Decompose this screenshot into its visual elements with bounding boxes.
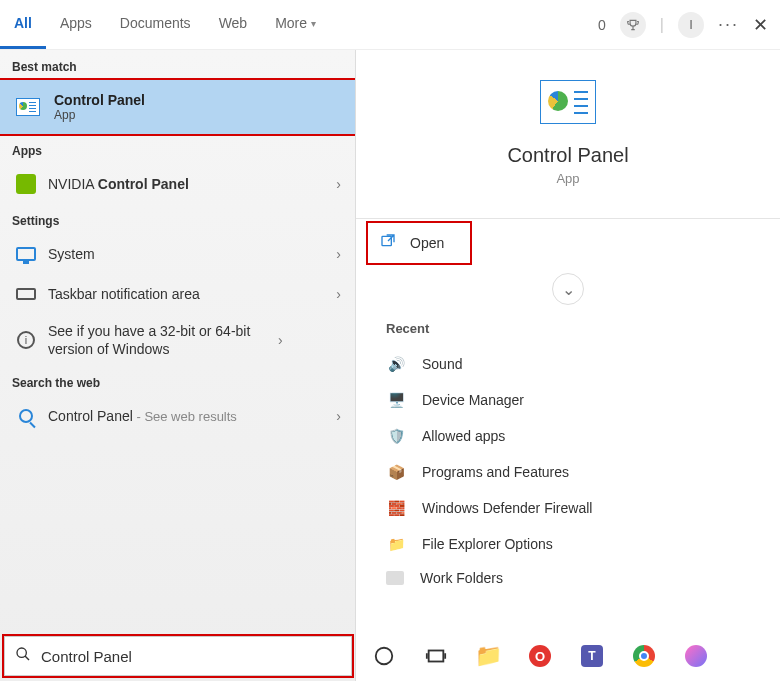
search-tabs: All Apps Documents Web More▾ (0, 0, 330, 49)
recent-item-sound[interactable]: 🔊 Sound (356, 346, 780, 382)
taskbar-file-explorer-icon[interactable]: 📁 (474, 642, 502, 670)
best-match-sub: App (54, 108, 145, 122)
shield-icon: 🛡️ (386, 426, 406, 446)
recent-list: 🔊 Sound 🖥️ Device Manager 🛡️ Allowed app… (356, 346, 780, 594)
taskbar-opera-icon[interactable]: O (526, 642, 554, 670)
search-icon (14, 404, 38, 428)
sound-icon: 🔊 (386, 354, 406, 374)
preview-sub: App (556, 171, 579, 186)
rewards-score: 0 (598, 17, 606, 33)
device-manager-icon: 🖥️ (386, 390, 406, 410)
tab-web[interactable]: Web (205, 0, 262, 49)
taskbar-chrome-icon[interactable] (630, 642, 658, 670)
settings-item-system[interactable]: System › (0, 234, 355, 274)
chevron-down-icon: ▾ (311, 18, 316, 29)
search-input[interactable] (41, 648, 341, 665)
chevron-right-icon: › (336, 246, 341, 262)
control-panel-large-icon (540, 80, 596, 124)
taskbar-teams-icon[interactable]: T (578, 642, 606, 670)
search-input-wrap[interactable] (4, 636, 352, 676)
svg-point-2 (376, 648, 393, 665)
chevron-right-icon: › (336, 408, 341, 424)
preview-pane: Control Panel App Open ⌄ Recent 🔊 Sound (355, 50, 780, 681)
open-button[interactable]: Open (356, 219, 780, 267)
topbar: All Apps Documents Web More▾ 0 | I ··· ✕ (0, 0, 780, 50)
search-icon (15, 646, 31, 666)
svg-point-1 (17, 648, 26, 657)
open-icon (380, 233, 396, 253)
chevron-right-icon: › (336, 286, 341, 302)
preview-header: Control Panel App (356, 50, 780, 206)
recent-item-programs[interactable]: 📦 Programs and Features (356, 454, 780, 490)
rewards-badge-icon[interactable] (620, 12, 646, 38)
results-pane: Best match Control Panel App Apps NVIDIA… (0, 50, 355, 681)
control-panel-icon (14, 93, 42, 121)
best-match-title: Control Panel (54, 92, 145, 108)
recent-item-allowed-apps[interactable]: 🛡️ Allowed apps (356, 418, 780, 454)
taskbar-paint3d-icon[interactable] (682, 642, 710, 670)
monitor-icon (14, 242, 38, 266)
taskbar-cortana-icon[interactable] (370, 642, 398, 670)
app-item-nvidia[interactable]: NVIDIA Control Panel › (0, 164, 355, 204)
settings-item-bitness[interactable]: i See if you have a 32-bit or 64-bit ver… (0, 314, 355, 366)
taskbar: 📁 O T (370, 635, 710, 677)
section-settings: Settings (0, 204, 355, 234)
settings-item-taskbar[interactable]: Taskbar notification area › (0, 274, 355, 314)
chevron-right-icon: › (278, 332, 283, 348)
section-best-match: Best match (0, 50, 355, 80)
tray-icon (14, 282, 38, 306)
tab-all[interactable]: All (0, 0, 46, 49)
info-icon: i (14, 328, 38, 352)
more-options-icon[interactable]: ··· (718, 14, 739, 35)
topbar-right: 0 | I ··· ✕ (598, 12, 768, 38)
recent-label: Recent (356, 311, 780, 346)
main-area: Best match Control Panel App Apps NVIDIA… (0, 50, 780, 681)
firewall-icon: 🧱 (386, 498, 406, 518)
svg-rect-3 (429, 651, 444, 662)
recent-item-work-folders[interactable]: Work Folders (356, 562, 780, 594)
best-match-item[interactable]: Control Panel App (0, 80, 355, 134)
web-search-item[interactable]: Control Panel - See web results › (0, 396, 355, 436)
search-window: All Apps Documents Web More▾ 0 | I ··· ✕… (0, 0, 780, 681)
folder-icon (386, 571, 404, 585)
section-web: Search the web (0, 366, 355, 396)
nvidia-icon (14, 172, 38, 196)
taskbar-task-view-icon[interactable] (422, 642, 450, 670)
section-apps: Apps (0, 134, 355, 164)
preview-title: Control Panel (507, 144, 628, 167)
expand-button[interactable]: ⌄ (552, 273, 584, 305)
chevron-right-icon: › (336, 176, 341, 192)
tab-documents[interactable]: Documents (106, 0, 205, 49)
programs-icon: 📦 (386, 462, 406, 482)
file-explorer-icon: 📁 (386, 534, 406, 554)
recent-item-file-explorer-options[interactable]: 📁 File Explorer Options (356, 526, 780, 562)
account-avatar[interactable]: I (678, 12, 704, 38)
recent-item-firewall[interactable]: 🧱 Windows Defender Firewall (356, 490, 780, 526)
close-button[interactable]: ✕ (753, 14, 768, 36)
tab-more[interactable]: More▾ (261, 0, 330, 49)
tab-apps[interactable]: Apps (46, 0, 106, 49)
recent-item-device-manager[interactable]: 🖥️ Device Manager (356, 382, 780, 418)
svg-rect-0 (382, 236, 391, 245)
